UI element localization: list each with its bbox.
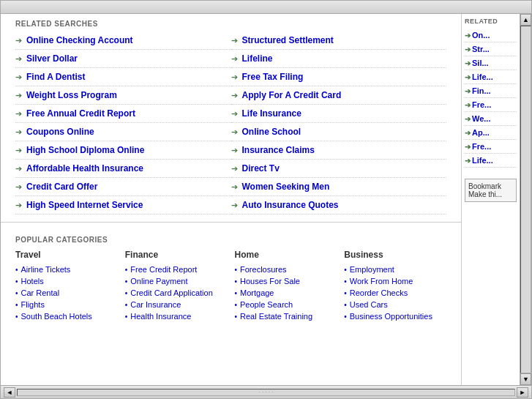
search-link[interactable]: High School Diploma Online [26, 145, 144, 155]
arrow-icon: ➔ [231, 109, 238, 119]
arrow-icon: ➔ [231, 182, 238, 192]
popular-column: Business•Employment•Work From Home•Reord… [344, 250, 446, 322]
search-link[interactable]: Find A Dentist [26, 72, 85, 82]
sidebar-link[interactable]: ➔On... [465, 29, 517, 42]
arrow-icon: ➔ [231, 201, 238, 210]
sidebar-arrow-icon: ➔ [465, 73, 471, 81]
search-link[interactable]: Online School [242, 127, 301, 137]
bookmark-line2: Make thi... [468, 190, 513, 198]
search-link[interactable]: Auto Insurance Quotes [242, 200, 339, 210]
vertical-scrollbar[interactable]: ▲ ▼ [520, 14, 531, 385]
popular-column: Travel•Airline Tickets•Hotels•Car Rental… [15, 250, 118, 322]
popular-link[interactable]: •Free Credit Report [125, 264, 228, 275]
sidebar-link[interactable]: ➔Life... [465, 70, 517, 84]
popular-link[interactable]: •South Beach Hotels [15, 310, 118, 322]
search-right-item: ➔Lifeline [231, 50, 447, 68]
search-link[interactable]: Credit Card Offer [26, 182, 97, 192]
popular-link[interactable]: •Hotels [15, 275, 118, 287]
main-content: RELATED SEARCHES ➔Online Checking Accoun… [1, 14, 461, 385]
popular-column: Finance•Free Credit Report•Online Paymen… [125, 250, 228, 322]
search-right-column: ➔Structured Settlement➔Lifeline➔Free Tax… [231, 31, 447, 215]
search-link[interactable]: Lifeline [242, 53, 273, 64]
search-link[interactable]: Insurance Claims [242, 145, 315, 155]
search-link[interactable]: Life Insurance [242, 108, 301, 119]
section-divider [1, 222, 461, 223]
search-link[interactable]: Online Checking Account [26, 35, 133, 45]
scroll-right-button[interactable]: ► [517, 387, 528, 398]
scroll-up-button[interactable]: ▲ [520, 14, 531, 26]
scroll-left-button[interactable]: ◄ [4, 387, 15, 398]
arrow-icon: ➔ [15, 127, 22, 137]
arrow-icon: ➔ [15, 54, 22, 64]
bookmark-line1: Bookmark [468, 182, 513, 190]
search-columns: ➔Online Checking Account➔Silver Dollar➔F… [15, 31, 446, 215]
popular-link[interactable]: •Real Estate Training [235, 310, 337, 322]
popular-link[interactable]: •Car Rental [15, 287, 118, 299]
bullet-icon: • [15, 266, 18, 274]
sidebar-link[interactable]: ➔Life... [465, 154, 517, 168]
popular-link[interactable]: •Foreclosures [235, 264, 337, 275]
search-right-item: ➔Online School [231, 123, 447, 141]
bullet-icon: • [15, 301, 18, 309]
search-link[interactable]: Free Tax Filing [242, 72, 304, 82]
search-link[interactable]: Coupons Online [26, 127, 94, 137]
search-link[interactable]: Weight Loss Program [26, 90, 117, 100]
sidebar-arrow-icon: ➔ [465, 143, 471, 151]
scroll-track[interactable] [520, 26, 531, 373]
popular-link[interactable]: •Credit Card Application [125, 287, 228, 299]
popular-link[interactable]: •Business Opportunities [344, 310, 446, 322]
search-link[interactable]: Direct Tv [242, 163, 280, 174]
search-link[interactable]: High Speed Internet Service [26, 200, 143, 210]
search-link[interactable]: Structured Settlement [242, 35, 334, 45]
arrow-icon: ➔ [231, 164, 238, 174]
popular-link[interactable]: •Mortgage [235, 287, 337, 299]
sidebar-link[interactable]: ➔Sil... [465, 56, 517, 70]
search-left-item: ➔Coupons Online [15, 123, 231, 141]
bullet-icon: • [15, 277, 18, 286]
search-link[interactable]: Silver Dollar [26, 53, 78, 64]
popular-link[interactable]: •Flights [15, 299, 118, 310]
popular-link[interactable]: •Houses For Sale [235, 275, 337, 287]
sidebar-link[interactable]: ➔Fin... [465, 84, 517, 98]
popular-column-title: Travel [15, 250, 118, 260]
popular-link[interactable]: •Car Insurance [125, 299, 228, 310]
sidebar-link[interactable]: ➔Fre... [465, 98, 517, 112]
popular-link[interactable]: •Airline Tickets [15, 264, 118, 275]
sidebar-link[interactable]: ➔Str... [465, 42, 517, 56]
popular-link[interactable]: •Work From Home [344, 275, 446, 287]
scroll-down-button[interactable]: ▼ [520, 373, 531, 385]
search-link[interactable]: Women Seeking Men [242, 182, 330, 192]
sidebar-link[interactable]: ➔Ap... [465, 126, 517, 140]
popular-link[interactable]: •Used Cars [344, 299, 446, 310]
popular-link[interactable]: •Online Payment [125, 275, 228, 287]
search-link[interactable]: Affordable Health Insurance [26, 163, 143, 174]
sidebar-arrow-icon: ➔ [465, 101, 471, 109]
horizontal-scrollbar[interactable]: ◄ · · · · · ► [1, 385, 531, 398]
bullet-icon: • [235, 277, 238, 286]
search-right-item: ➔Structured Settlement [231, 31, 447, 50]
popular-column-title: Finance [125, 250, 228, 260]
arrow-icon: ➔ [15, 182, 22, 192]
bullet-icon: • [344, 277, 347, 286]
sidebar-link[interactable]: ➔We... [465, 112, 517, 126]
popular-link[interactable]: •Employment [344, 264, 446, 275]
popular-categories-header: POPULAR CATEGORIES [15, 236, 446, 244]
related-searches-section: ➔Online Checking Account➔Silver Dollar➔F… [1, 31, 461, 215]
search-link[interactable]: Free Annual Credit Report [26, 108, 135, 119]
arrow-icon: ➔ [231, 127, 238, 137]
bullet-icon: • [125, 277, 128, 286]
bullet-icon: • [344, 289, 347, 297]
bookmark-box: Bookmark Make thi... [465, 179, 517, 202]
popular-link[interactable]: •People Search [235, 299, 337, 310]
sidebar-arrow-icon: ➔ [465, 87, 471, 95]
search-left-item: ➔Find A Dentist [15, 68, 231, 86]
horizontal-scroll-track[interactable]: · · · · · [17, 389, 515, 396]
popular-link[interactable]: •Health Insurance [125, 310, 228, 322]
sidebar-link[interactable]: ➔Fre... [465, 140, 517, 154]
popular-column: Home•Foreclosures•Houses For Sale•Mortga… [235, 250, 337, 322]
popular-column-title: Home [235, 250, 337, 260]
search-right-item: ➔Direct Tv [231, 160, 447, 178]
bullet-icon: • [235, 289, 238, 297]
popular-link[interactable]: •Reorder Checks [344, 287, 446, 299]
search-link[interactable]: Apply For A Credit Card [242, 90, 342, 100]
